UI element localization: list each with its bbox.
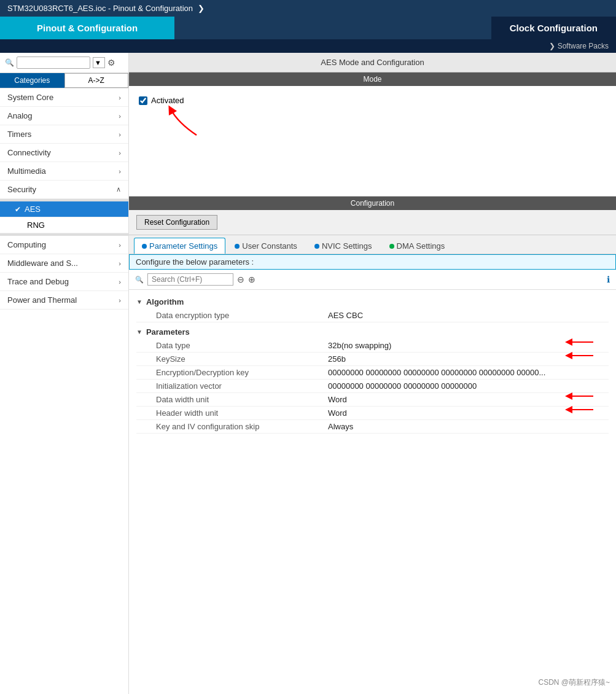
sidebar-item-security[interactable]: Security ∧	[0, 181, 128, 199]
chevron-down-icon: ▼	[136, 329, 142, 335]
param-label: Data encryption type	[156, 311, 328, 320]
tab-label: DMA Settings	[397, 241, 445, 251]
chevron-right-icon: ›	[119, 149, 121, 157]
sidebar-item-connectivity[interactable]: Connectivity ›	[0, 144, 128, 162]
sidebar-item-computing[interactable]: Computing ›	[0, 236, 128, 254]
check-icon: ✔	[15, 205, 21, 214]
tab-nvic-settings[interactable]: NVIC Settings	[306, 238, 380, 254]
param-row-enckey: Encryption/Decryption key 00000000 00000…	[136, 366, 609, 380]
param-label: Key and IV configuration skip	[156, 422, 328, 431]
param-label: Encryption/Decryption key	[156, 368, 328, 377]
arrow-annotation-keysize	[535, 346, 596, 367]
sidebar-item-analog[interactable]: Analog ›	[0, 107, 128, 125]
gear-icon[interactable]: ⚙	[107, 58, 115, 68]
sidebar-item-label: System Core	[7, 93, 53, 102]
tab-dot-icon	[235, 244, 240, 249]
sidebar-item-timers[interactable]: Timers ›	[0, 125, 128, 144]
algorithm-label: Algorithm	[146, 297, 184, 306]
sidebar-items: System Core › Analog › Timers › Connecti…	[0, 88, 128, 694]
watermark: CSDN @萌新程序猿~	[538, 677, 610, 688]
chevron-right-icon: ›	[119, 131, 121, 138]
params-search-input[interactable]	[147, 273, 233, 286]
param-value: AES CBC	[328, 311, 609, 320]
sidebar-item-power[interactable]: Power and Thermal ›	[0, 291, 128, 310]
sidebar-item-label: Security	[7, 185, 36, 194]
prev-icon[interactable]: ⊖	[237, 275, 244, 284]
chevron-right-icon: ›	[119, 241, 121, 249]
content-area: AES Mode and Configuration Mode Activate…	[129, 53, 616, 694]
arrow-annotation-headerwidth	[535, 400, 596, 421]
params-hint-bar: Configure the below parameters :	[129, 254, 616, 270]
param-label: Header width unit	[156, 408, 328, 418]
tab-parameter-settings[interactable]: Parameter Settings	[134, 238, 225, 254]
tab-label: NVIC Settings	[322, 241, 372, 251]
chevron-right-icon: ›	[119, 278, 121, 286]
sidebar: 🔍 ▼ ⚙ Categories A->Z System Core › Anal…	[0, 53, 129, 694]
sidebar-item-label: Middleware and S...	[7, 259, 78, 268]
param-row-keyiv-skip: Key and IV configuration skip Always	[136, 420, 609, 434]
category-tabs: Categories A->Z	[0, 73, 128, 88]
sidebar-item-rng[interactable]: RNG	[0, 217, 128, 233]
chevron-up-icon: ∧	[116, 185, 121, 193]
sidebar-item-system-core[interactable]: System Core ›	[0, 88, 128, 107]
sidebar-search-area: 🔍 ▼ ⚙	[0, 53, 128, 73]
content-title: AES Mode and Configuration	[129, 53, 616, 72]
sidebar-item-aes[interactable]: ✔ AES	[0, 201, 128, 217]
param-row-keysize: KeySize 256b	[136, 353, 609, 366]
search-input[interactable]	[17, 57, 90, 69]
param-label: KeySize	[156, 354, 328, 364]
sidebar-item-label: Analog	[7, 111, 32, 120]
params-content: ▼ Algorithm Data encryption type AES CBC…	[129, 290, 616, 694]
sidebar-item-label: Trace and Debug	[7, 277, 69, 286]
chevron-right-icon: ›	[119, 112, 121, 120]
tab-categories[interactable]: Categories	[0, 73, 64, 88]
main-layout: 🔍 ▼ ⚙ Categories A->Z System Core › Anal…	[0, 53, 616, 694]
activated-row: Activated	[139, 96, 606, 105]
sidebar-item-label: Computing	[7, 240, 46, 249]
sidebar-item-middleware[interactable]: Middleware and S... ›	[0, 254, 128, 273]
chevron-right-icon: ›	[119, 94, 121, 101]
info-icon: ℹ	[607, 275, 610, 284]
param-label: Data width unit	[156, 395, 328, 404]
software-packs-bar[interactable]: ❯ Software Packs	[0, 39, 616, 53]
reset-configuration-button[interactable]: Reset Configuration	[136, 215, 217, 230]
search-dropdown[interactable]: ▼	[93, 57, 105, 68]
tab-az[interactable]: A->Z	[64, 73, 129, 88]
param-label: Data type	[156, 341, 328, 350]
tab-user-constants[interactable]: User Constants	[227, 238, 305, 254]
title-text: STM32U083RCT6_AES.ioc - Pinout & Configu…	[7, 4, 193, 13]
param-value: Always	[328, 422, 609, 431]
parameters-label: Parameters	[146, 327, 190, 337]
arrow-annotation	[160, 92, 209, 143]
tab-dot-icon	[389, 244, 394, 249]
activated-checkbox[interactable]	[139, 96, 147, 105]
chevron-right-icon: ›	[119, 168, 121, 175]
params-hint-text: Configure the below parameters :	[136, 257, 254, 267]
algorithm-section-header[interactable]: ▼ Algorithm	[136, 295, 609, 309]
tab-pinout[interactable]: Pinout & Configuration	[0, 17, 174, 39]
security-sub-items: ✔ AES RNG	[0, 201, 128, 233]
aes-label: AES	[25, 205, 41, 214]
tab-clock[interactable]: Clock Configuration	[491, 17, 616, 39]
search-icon: 🔍	[5, 58, 14, 67]
sidebar-item-multimedia[interactable]: Multimedia ›	[0, 162, 128, 181]
search-small-icon: 🔍	[135, 276, 144, 284]
config-tabs: Parameter Settings User Constants NVIC S…	[129, 235, 616, 254]
next-icon[interactable]: ⊕	[248, 275, 255, 284]
param-row-headerwidth: Header width unit Word	[136, 407, 609, 420]
chevron-right-icon: ›	[119, 260, 121, 267]
sidebar-item-label: Multimedia	[7, 166, 46, 176]
param-row: Data encryption type AES CBC	[136, 309, 609, 322]
params-search-bar: 🔍 ⊖ ⊕ ℹ	[129, 270, 616, 290]
chevron-down-icon: ▼	[136, 298, 142, 305]
sidebar-item-label: Power and Thermal	[7, 295, 77, 305]
tab-dot-icon	[142, 244, 147, 249]
rng-label: RNG	[15, 220, 45, 230]
tab-label: User Constants	[242, 241, 297, 251]
title-chevron: ❯	[198, 4, 205, 13]
mode-content: Activated	[129, 86, 616, 197]
title-bar: STM32U083RCT6_AES.ioc - Pinout & Configu…	[0, 0, 616, 17]
sidebar-item-trace[interactable]: Trace and Debug ›	[0, 273, 128, 291]
tab-dma-settings[interactable]: DMA Settings	[381, 238, 453, 254]
tab-label: Parameter Settings	[149, 241, 217, 251]
